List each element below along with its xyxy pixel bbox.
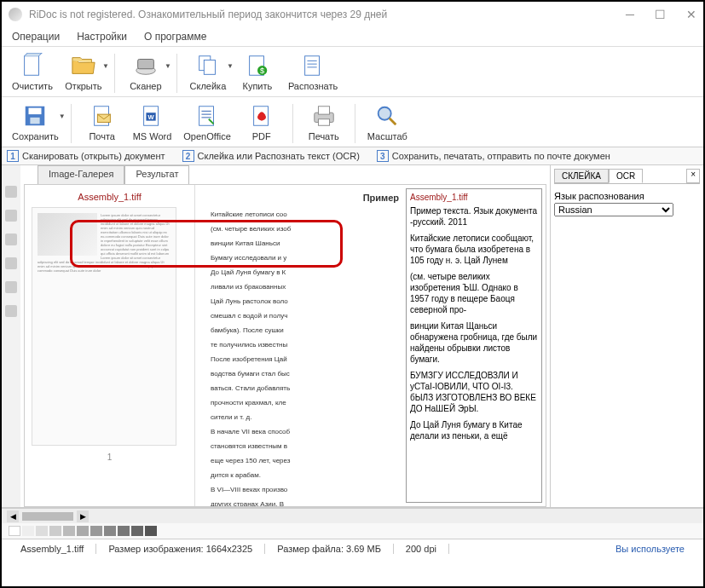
color-swatch[interactable] [77,526,89,536]
menu-about[interactable]: О программе [137,29,213,44]
title-bar: RiDoc is not registered. Ознакомительный… [2,2,703,27]
toolbar-row-2: ▼ Сохранить Почта W MS Word OpenOffice P… [2,96,703,147]
svg-point-25 [379,107,391,120]
ocr-icon [299,52,326,79]
color-swatch[interactable] [104,526,116,536]
tool-smooth-icon[interactable] [5,305,17,317]
tab-ocr[interactable]: OCR [609,169,643,183]
tool-crop-icon[interactable] [5,186,17,198]
svg-rect-24 [318,119,329,126]
glue-button[interactable]: ▼ Склейка [184,50,232,93]
openoffice-button[interactable]: OpenOffice [178,101,235,143]
tool-copy-icon[interactable] [5,233,17,245]
page-number: 1 [32,453,188,462]
maximize-button[interactable]: ☐ [655,8,666,21]
buy-icon: $ [244,52,271,79]
color-bar [2,523,703,539]
ocr-title: Assembly_1.tiff [410,193,538,202]
step-1[interactable]: 1Сканировать (открыть) документ [7,150,165,162]
step-2[interactable]: 2Склейка или Распознать текст (OCR) [182,150,360,162]
color-swatch[interactable] [49,526,61,536]
word-icon: W [138,102,165,130]
document-tabs: Image-Галерея Результат [20,165,550,184]
window-title: RiDoc is not registered. Ознакомительный… [29,9,387,20]
pdf-button[interactable]: PDF [238,101,286,143]
svg-text:$: $ [260,66,265,75]
svg-text:W: W [148,113,155,121]
page-thumbnail[interactable]: Lorem ipsum dolor sit amet consectetur a… [32,207,176,446]
msword-button[interactable]: W MS Word [128,101,177,143]
color-swatch[interactable] [63,526,75,536]
scroll-right-icon[interactable]: ▶ [77,510,89,522]
status-file-size: Размер файла: 3.69 МБ [265,544,394,554]
minimize-button[interactable]: ─ [626,8,634,21]
scroll-left-icon[interactable]: ◀ [7,510,19,522]
svg-line-26 [390,118,396,125]
printer-icon [310,102,338,130]
scanner-button[interactable]: ▼ Сканер [122,50,170,93]
save-button[interactable]: ▼ Сохранить [7,101,64,143]
recognize-button[interactable]: Распознать [283,50,343,93]
app-icon [9,8,22,21]
svg-rect-14 [31,118,40,124]
language-select[interactable]: Russian [554,203,673,216]
side-tools [2,165,20,507]
color-swatch[interactable] [131,526,143,536]
open-button[interactable]: ▼ Открыть [60,50,107,93]
openoffice-icon [194,102,221,130]
color-swatch[interactable] [90,526,102,536]
preview-title: Assembly_1.tiff [32,192,188,202]
svg-rect-8 [305,56,320,76]
save-icon [21,102,49,130]
tab-glue[interactable]: СКЛЕЙКА [554,169,609,183]
pdf-icon [248,102,275,130]
close-button[interactable]: ✕ [686,8,696,21]
status-link[interactable]: Вы используете [604,544,696,554]
svg-rect-23 [318,107,329,114]
text-column: Пример Китайские летописи соо (см. четыр… [195,185,406,506]
toolbar-row-1: Очистить ▼ Открыть ▼ Сканер ▼ Склейка $ … [2,46,703,96]
ocr-result-panel: Assembly_1.tiff Пример текста. Язык доку… [406,188,542,503]
tool-brightness-icon[interactable] [5,257,17,269]
color-swatch[interactable] [36,526,48,536]
step-bar: 1Сканировать (открыть) документ 2Склейка… [2,147,703,165]
horizontal-scroll[interactable]: ◀ ▶ [2,508,703,523]
scroll-thumb[interactable] [22,512,73,521]
print-button[interactable]: Печать [300,101,348,143]
color-swatch[interactable] [145,526,157,536]
step-3[interactable]: 3Сохранить, печатать, отправить по почте… [377,150,610,162]
clear-button[interactable]: Очистить [7,50,58,93]
scanner-icon [132,52,159,79]
article-heading: Пример [202,193,399,203]
menu-bar: Операции Настройки О программе [2,27,703,46]
tool-contrast-icon[interactable] [5,281,17,293]
zoom-button[interactable]: Масштаб [362,101,413,143]
tab-gallery[interactable]: Image-Галерея [38,165,124,184]
mail-button[interactable]: Почта [78,101,126,143]
language-label: Язык распознования [554,191,644,201]
folder-open-icon [70,52,97,79]
menu-operations[interactable]: Операции [5,29,66,44]
chevron-down-icon: ▼ [59,112,66,120]
clear-icon [19,52,46,79]
glue-icon [194,52,222,79]
color-swatch[interactable] [22,526,34,536]
svg-rect-4 [204,60,215,74]
tab-result[interactable]: Результат [124,165,189,184]
right-panel: СКЛЕЙКА OCR × Язык распознования Russian [550,165,703,507]
svg-rect-0 [25,56,39,76]
svg-rect-2 [138,60,154,69]
chevron-down-icon: ▼ [165,62,171,70]
tool-rotate-icon[interactable] [5,210,17,222]
status-dpi: 200 dpi [394,544,449,554]
page-preview: Assembly_1.tiff Lorem ipsum dolor sit am… [25,185,195,506]
color-swatch[interactable] [9,526,20,536]
menu-settings[interactable]: Настройки [70,29,134,44]
color-swatch[interactable] [118,526,130,536]
chevron-down-icon: ▼ [102,62,109,70]
buy-button[interactable]: $ Купить [234,50,281,93]
close-panel-button[interactable]: × [686,169,700,183]
magnifier-icon [373,102,401,130]
chevron-down-icon: ▼ [227,62,234,70]
status-file: Assembly_1.tiff [9,544,96,554]
